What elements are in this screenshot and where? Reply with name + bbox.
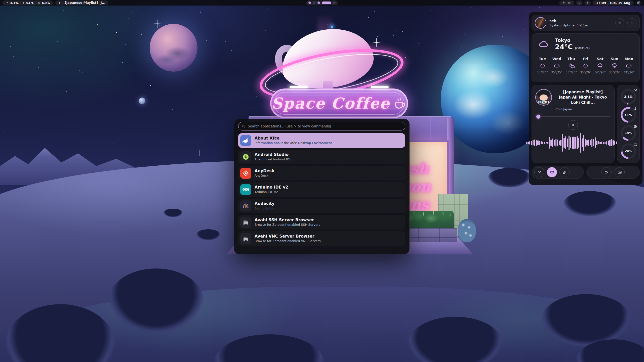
workspace-dot[interactable] bbox=[313, 2, 315, 4]
top-panel: 3.1% 54°C 6.8G 【Japanese Playlist】 J... bbox=[0, 0, 644, 6]
visualizer-bar bbox=[570, 137, 571, 148]
forecast-temps: 36°/26° bbox=[594, 71, 606, 74]
app-list-item[interactable]: About Xfce Information about the Xfce De… bbox=[238, 133, 405, 148]
crater bbox=[564, 191, 616, 216]
weather-city: Tokyo bbox=[555, 38, 590, 43]
workspace-dot[interactable] bbox=[333, 2, 336, 4]
gear-icon bbox=[618, 21, 622, 25]
forecast-temps: 33°/26° bbox=[623, 71, 635, 74]
app-list-item[interactable]: Arduino IDE v2 Arduino IDE v2 bbox=[238, 182, 405, 197]
visualizer-bar bbox=[552, 139, 553, 147]
settings-button[interactable] bbox=[615, 18, 624, 27]
app-list-item[interactable]: AnyDesk AnyDesk bbox=[238, 166, 405, 180]
visualizer-bar bbox=[546, 142, 547, 144]
sign-text: Space Coffee bbox=[271, 95, 390, 112]
visualizer-bar bbox=[560, 140, 561, 146]
speedometer-icon bbox=[5, 1, 9, 5]
visualizer-bar bbox=[585, 139, 586, 147]
app-list-item[interactable]: Audacity Sound Editor bbox=[238, 199, 405, 213]
track-artist: Chill Japan. bbox=[555, 107, 611, 111]
app-description: Arduino IDE v2 bbox=[255, 190, 288, 194]
cpu-value: 3.1% bbox=[10, 1, 19, 5]
visualizer-bar bbox=[577, 136, 578, 149]
system-stats-pill[interactable]: 3.1% 54°C 6.8G bbox=[3, 1, 53, 5]
clock[interactable]: 17:09 - Tue, 19 Aug bbox=[593, 1, 634, 5]
system-gauge: 14% bbox=[621, 125, 636, 141]
workspace-dot[interactable] bbox=[317, 2, 320, 4]
visualizer-bar bbox=[542, 142, 544, 144]
visualizer-bar bbox=[609, 140, 611, 146]
pause-icon bbox=[571, 123, 575, 127]
now-playing-pill[interactable]: 【Japanese Playlist】 J... bbox=[55, 1, 108, 5]
crater bbox=[541, 294, 631, 347]
visualizer-bar bbox=[536, 140, 537, 146]
visualizer-bar bbox=[605, 142, 606, 144]
app-grid-button[interactable] bbox=[635, 1, 642, 5]
pause-icon bbox=[58, 1, 61, 5]
pause-button[interactable] bbox=[568, 120, 578, 130]
workspace-dot[interactable] bbox=[322, 2, 331, 4]
performance-mode-button[interactable] bbox=[534, 167, 544, 177]
powersave-mode-button[interactable] bbox=[559, 167, 570, 177]
memory-stat: 6.8G bbox=[37, 1, 50, 5]
notifications-button[interactable] bbox=[576, 1, 583, 5]
tray-icons-pill bbox=[559, 1, 574, 5]
forecast-day-label: Fri bbox=[583, 57, 588, 61]
search-bar[interactable] bbox=[238, 122, 405, 130]
weather-icon bbox=[553, 62, 560, 69]
visualizer-bar bbox=[611, 139, 612, 146]
sparkle-star bbox=[372, 38, 381, 47]
temp-value: 54°C bbox=[26, 1, 34, 5]
workspace-switcher bbox=[306, 1, 338, 5]
workspace-dot[interactable] bbox=[308, 2, 311, 4]
screenshot-button[interactable] bbox=[615, 167, 625, 177]
uptime-label: System Uptime: 4h11m bbox=[549, 23, 588, 27]
forecast-day-label: Sat bbox=[597, 57, 603, 61]
chip-icon bbox=[37, 1, 41, 5]
forecast-temps: 35°/26° bbox=[580, 71, 591, 74]
forecast-day: Wed 35°/25° bbox=[551, 57, 563, 74]
widget-panel: seb System Uptime: 4h11m Tokyo 24°C (GMT… bbox=[529, 12, 642, 185]
app-list-item[interactable]: Android Studio The official Android IDE bbox=[238, 150, 405, 164]
app-list-item[interactable]: Avahi VNC Server Browser Browse for Zero… bbox=[238, 231, 405, 246]
visualizer-bar bbox=[572, 137, 573, 149]
slider-thumb[interactable] bbox=[536, 115, 540, 119]
visualizer-bar bbox=[588, 140, 589, 146]
app-list-item[interactable]: Avahi SSH Server Browser Browse for Zero… bbox=[238, 215, 405, 230]
crater bbox=[196, 229, 220, 240]
app-icon bbox=[240, 151, 251, 162]
app-description: Browse for Zeroconf-enabled SSH Servers bbox=[255, 223, 320, 227]
screen-record-button[interactable] bbox=[601, 167, 612, 177]
search-input[interactable] bbox=[248, 124, 402, 128]
audio-visualizer bbox=[535, 131, 611, 154]
system-gauges: 3.1% 54°C 14% 24% bbox=[617, 85, 640, 163]
scales-icon bbox=[550, 170, 554, 175]
balanced-mode-button[interactable] bbox=[547, 167, 557, 177]
temp-stat: 54°C bbox=[22, 1, 34, 5]
cloud-icon bbox=[536, 39, 551, 50]
wallpaper-tray-icon[interactable] bbox=[568, 1, 572, 5]
power-button[interactable] bbox=[627, 18, 636, 27]
visualizer-bar bbox=[575, 137, 576, 149]
cpu-stat: 3.1% bbox=[5, 1, 19, 5]
visualizer-bar bbox=[599, 142, 601, 144]
thermometer-icon bbox=[22, 1, 25, 5]
timezone-label: (GMT+9) bbox=[575, 47, 590, 50]
grid-icon bbox=[637, 1, 641, 5]
app-name: Avahi SSH Server Browser bbox=[255, 217, 320, 222]
mic-tray-icon[interactable] bbox=[562, 1, 566, 5]
volume-button[interactable] bbox=[584, 1, 591, 5]
speaker-icon bbox=[586, 1, 589, 5]
track-title: 【Japanese Playlist】 Japan All Night - To… bbox=[555, 89, 611, 105]
visualizer-bar bbox=[593, 139, 594, 146]
album-art: TOKYO L bbox=[535, 89, 552, 106]
visualizer-bar bbox=[567, 139, 568, 147]
visualizer-bar bbox=[578, 138, 580, 148]
visualizer-bar bbox=[564, 138, 565, 148]
visualizer-bar bbox=[557, 140, 558, 146]
weather-icon bbox=[597, 62, 603, 69]
image-icon bbox=[617, 170, 622, 175]
leaf-icon bbox=[562, 170, 567, 175]
seek-slider[interactable] bbox=[536, 115, 610, 119]
visualizer-bar bbox=[616, 142, 617, 144]
